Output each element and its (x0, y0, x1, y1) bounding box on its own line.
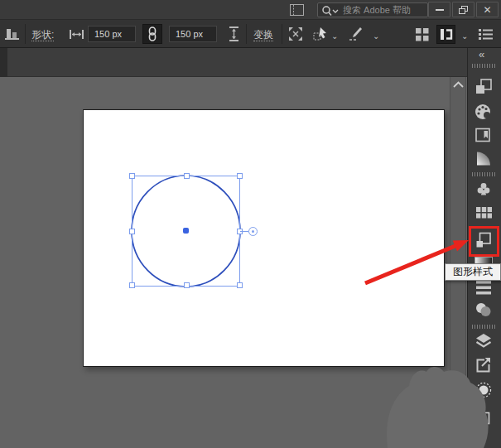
close-button[interactable]: ✕ (476, 2, 499, 17)
grid-squares-icon[interactable] (416, 28, 429, 41)
control-bar: 形状: 变换 (0, 20, 501, 48)
perspective-panel-button[interactable] (475, 381, 493, 399)
tools-dock-edge (0, 48, 7, 77)
free-transform-icon[interactable] (288, 26, 303, 41)
separator (25, 24, 26, 44)
highlight-box (469, 226, 499, 257)
search-icon (321, 5, 340, 17)
panel-gripper[interactable] (472, 172, 495, 176)
symbols-panel-button[interactable] (475, 180, 493, 198)
selection-handle-se[interactable] (237, 282, 243, 288)
chevron-down-icon[interactable]: ⌄ (331, 31, 338, 41)
transparency-panel-button[interactable] (475, 301, 493, 319)
document-tab-bar (0, 48, 467, 77)
artboard-icon (477, 412, 490, 425)
selection-handle-w[interactable] (129, 229, 135, 234)
shape-properties-link[interactable]: 形状: (31, 29, 54, 41)
panel-gripper[interactable] (472, 325, 495, 329)
selection-handle-sw[interactable] (129, 282, 135, 288)
symbols-icon (475, 181, 492, 197)
style-brush-icon[interactable] (348, 26, 363, 41)
layer-comp-button[interactable] (475, 78, 493, 96)
link-icon (147, 26, 158, 41)
scroll-up-icon[interactable] (452, 80, 465, 89)
width-icon (70, 30, 84, 39)
swatches-panel-button[interactable] (475, 126, 493, 144)
swatches-icon (475, 128, 492, 143)
gradient-icon (475, 151, 492, 166)
export-icon (475, 357, 492, 373)
swatch-libraries-icon (476, 207, 492, 219)
swatch-libraries-button[interactable] (475, 204, 493, 222)
bar-chart-icon[interactable] (5, 27, 21, 41)
perspective-icon (475, 382, 492, 398)
menu-list-icon[interactable] (479, 28, 493, 40)
live-shape-widget-line (240, 231, 248, 232)
selection-handle-n[interactable] (184, 173, 190, 179)
stroke-panel-button[interactable] (475, 278, 493, 296)
link-dimensions-button[interactable] (142, 24, 162, 44)
select-similar-icon[interactable] (313, 26, 328, 41)
width-field[interactable] (88, 26, 136, 42)
minimize-button[interactable] (428, 2, 450, 17)
separator (246, 24, 247, 44)
transparency-icon (475, 301, 493, 318)
restore-icon (459, 6, 468, 14)
close-icon: ✕ (483, 4, 491, 16)
search-input[interactable] (343, 3, 426, 17)
transform-link[interactable]: 变换 (253, 29, 273, 41)
shape-center-point[interactable] (183, 228, 189, 234)
arrange-documents-button[interactable] (436, 25, 455, 44)
chevron-down-icon[interactable]: ⌄ (373, 31, 379, 41)
panel-gripper[interactable] (472, 64, 495, 68)
arrange-documents-icon (440, 28, 453, 41)
layers-icon (475, 333, 492, 349)
layer-comp-icon (475, 79, 492, 95)
gradient-panel-button[interactable] (475, 149, 493, 167)
vertical-scrollbar[interactable] (450, 77, 466, 448)
chevron-down-icon[interactable]: ⌄ (461, 31, 468, 41)
artboard-panel-button[interactable] (475, 409, 493, 427)
height-icon (229, 26, 238, 41)
layers-panel-button[interactable] (475, 331, 493, 349)
minimize-icon (436, 9, 444, 11)
export-panel-button[interactable] (475, 356, 493, 374)
color-panel-button[interactable] (475, 103, 493, 121)
help-search-box[interactable] (317, 2, 428, 17)
selection-handle-s[interactable] (184, 282, 190, 288)
stroke-icon (476, 281, 491, 295)
selection-handle-ne[interactable] (237, 173, 243, 179)
color-palette-icon (475, 104, 493, 120)
graphic-styles-tooltip: 图形样式 (445, 263, 501, 281)
illustrator-window: ✕ 形状: (0, 0, 501, 448)
height-field[interactable] (169, 26, 217, 42)
title-bar: ✕ (0, 0, 501, 20)
selection-handle-nw[interactable] (129, 173, 135, 179)
live-shape-widget[interactable] (248, 227, 258, 236)
separator (282, 24, 282, 44)
collapse-panels-button[interactable]: « (479, 49, 484, 60)
workspace-switcher-icon[interactable] (290, 4, 304, 16)
restore-button[interactable] (452, 2, 475, 17)
